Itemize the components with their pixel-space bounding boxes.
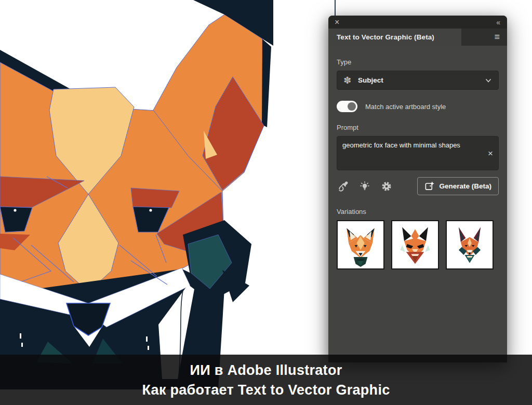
lightbulb-icon[interactable] bbox=[358, 180, 371, 193]
subject-flower-icon: ✽ bbox=[343, 76, 351, 85]
type-label: Type bbox=[337, 58, 499, 66]
caption-line-1: ИИ в Adobe Illustrator bbox=[190, 360, 342, 380]
variations-row bbox=[337, 220, 499, 269]
artboard-style-toggle-label: Match active artboard style bbox=[365, 103, 446, 111]
artboard-style-toggle-row: Match active artboard style bbox=[337, 101, 499, 112]
panel-tabrow: Text to Vector Graphic (Beta) ≡ bbox=[328, 29, 507, 46]
prompt-clear-icon[interactable]: × bbox=[488, 149, 493, 158]
variation-thumbnail-3[interactable] bbox=[446, 220, 494, 269]
prompt-label: Prompt bbox=[337, 124, 499, 131]
toggle-knob bbox=[348, 102, 356, 111]
variation-thumbnail-2[interactable] bbox=[391, 220, 439, 269]
artboard-guide-line bbox=[335, 0, 336, 16]
caption-banner: ИИ в Adobe Illustrator Как работает Text… bbox=[0, 355, 532, 405]
caption-line-2: Как работает Text to Vector Graphic bbox=[142, 380, 390, 400]
screenshot-stage: × « Text to Vector Graphic (Beta) ≡ Type… bbox=[0, 0, 532, 405]
tools-row: Generate (Beta) bbox=[337, 177, 499, 195]
panel-title: Text to Vector Graphic (Beta) bbox=[337, 33, 434, 41]
style-picker-eyedropper-icon[interactable] bbox=[337, 180, 349, 193]
artboard-fox-artwork[interactable] bbox=[0, 0, 328, 405]
generate-button-label: Generate (Beta) bbox=[439, 182, 491, 190]
panel-menu-icon[interactable]: ≡ bbox=[494, 32, 500, 43]
panel-body: Type ✽ Subject Match active artboard sty… bbox=[328, 46, 507, 269]
settings-gear-icon[interactable] bbox=[380, 180, 393, 193]
panel-tab-end: ≡ bbox=[461, 29, 507, 46]
type-selected-value: Subject bbox=[358, 76, 383, 84]
type-dropdown[interactable]: ✽ Subject bbox=[337, 71, 499, 90]
prompt-input[interactable]: geometric fox face with minimal shapes × bbox=[337, 136, 499, 170]
text-to-vector-panel: × « Text to Vector Graphic (Beta) ≡ Type… bbox=[328, 16, 507, 362]
close-icon[interactable]: × bbox=[335, 18, 339, 26]
variations-label: Variations bbox=[337, 208, 499, 215]
variation-thumbnail-1[interactable] bbox=[337, 220, 384, 269]
generate-sparkle-icon bbox=[424, 181, 434, 191]
tab-text-to-vector[interactable]: Text to Vector Graphic (Beta) bbox=[328, 29, 461, 46]
panel-titlebar: × « bbox=[328, 16, 507, 29]
chevron-down-icon bbox=[485, 77, 492, 84]
artboard-style-toggle[interactable] bbox=[337, 101, 357, 112]
prompt-value: geometric fox face with minimal shapes bbox=[342, 141, 483, 150]
generate-button[interactable]: Generate (Beta) bbox=[417, 177, 499, 195]
collapse-panel-icon[interactable]: « bbox=[496, 18, 501, 26]
